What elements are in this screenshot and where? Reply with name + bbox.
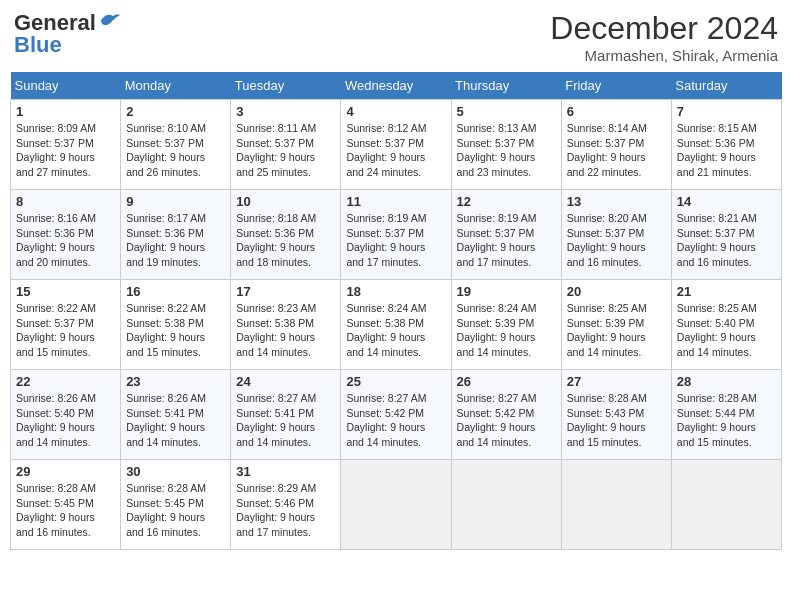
day-of-week-header: Monday <box>121 72 231 100</box>
daylight-label: Daylight: 9 hours and 14 minutes. <box>346 421 425 448</box>
calendar-day-cell: 17 Sunrise: 8:23 AM Sunset: 5:38 PM Dayl… <box>231 280 341 370</box>
daylight-label: Daylight: 9 hours and 14 minutes. <box>16 421 95 448</box>
daylight-label: Daylight: 9 hours and 19 minutes. <box>126 241 205 268</box>
sunrise-label: Sunrise: 8:29 AM <box>236 482 316 494</box>
daylight-label: Daylight: 9 hours and 16 minutes. <box>126 511 205 538</box>
calendar-week-row: 15 Sunrise: 8:22 AM Sunset: 5:37 PM Dayl… <box>11 280 782 370</box>
daylight-label: Daylight: 9 hours and 17 minutes. <box>346 241 425 268</box>
sunset-label: Sunset: 5:38 PM <box>236 317 314 329</box>
calendar-day-cell: 31 Sunrise: 8:29 AM Sunset: 5:46 PM Dayl… <box>231 460 341 550</box>
day-info: Sunrise: 8:10 AM Sunset: 5:37 PM Dayligh… <box>126 121 225 180</box>
sunrise-label: Sunrise: 8:12 AM <box>346 122 426 134</box>
daylight-label: Daylight: 9 hours and 17 minutes. <box>457 241 536 268</box>
day-info: Sunrise: 8:11 AM Sunset: 5:37 PM Dayligh… <box>236 121 335 180</box>
sunrise-label: Sunrise: 8:11 AM <box>236 122 316 134</box>
sunrise-label: Sunrise: 8:09 AM <box>16 122 96 134</box>
calendar-day-cell: 15 Sunrise: 8:22 AM Sunset: 5:37 PM Dayl… <box>11 280 121 370</box>
sunset-label: Sunset: 5:41 PM <box>236 407 314 419</box>
day-info: Sunrise: 8:27 AM Sunset: 5:42 PM Dayligh… <box>457 391 556 450</box>
calendar-day-cell: 29 Sunrise: 8:28 AM Sunset: 5:45 PM Dayl… <box>11 460 121 550</box>
calendar-day-cell <box>341 460 451 550</box>
daylight-label: Daylight: 9 hours and 22 minutes. <box>567 151 646 178</box>
calendar-day-cell: 16 Sunrise: 8:22 AM Sunset: 5:38 PM Dayl… <box>121 280 231 370</box>
daylight-label: Daylight: 9 hours and 14 minutes. <box>457 421 536 448</box>
sunrise-label: Sunrise: 8:27 AM <box>236 392 316 404</box>
sunrise-label: Sunrise: 8:28 AM <box>16 482 96 494</box>
calendar-day-cell: 7 Sunrise: 8:15 AM Sunset: 5:36 PM Dayli… <box>671 100 781 190</box>
calendar-day-cell: 3 Sunrise: 8:11 AM Sunset: 5:37 PM Dayli… <box>231 100 341 190</box>
calendar-day-cell: 8 Sunrise: 8:16 AM Sunset: 5:36 PM Dayli… <box>11 190 121 280</box>
sunset-label: Sunset: 5:40 PM <box>16 407 94 419</box>
day-number: 19 <box>457 284 556 299</box>
day-info: Sunrise: 8:13 AM Sunset: 5:37 PM Dayligh… <box>457 121 556 180</box>
sunset-label: Sunset: 5:37 PM <box>567 137 645 149</box>
day-number: 27 <box>567 374 666 389</box>
day-info: Sunrise: 8:26 AM Sunset: 5:40 PM Dayligh… <box>16 391 115 450</box>
month-year: December 2024 <box>550 10 778 47</box>
day-number: 16 <box>126 284 225 299</box>
sunset-label: Sunset: 5:37 PM <box>346 227 424 239</box>
calendar-day-cell: 24 Sunrise: 8:27 AM Sunset: 5:41 PM Dayl… <box>231 370 341 460</box>
daylight-label: Daylight: 9 hours and 21 minutes. <box>677 151 756 178</box>
calendar-day-cell: 5 Sunrise: 8:13 AM Sunset: 5:37 PM Dayli… <box>451 100 561 190</box>
day-number: 13 <box>567 194 666 209</box>
day-info: Sunrise: 8:25 AM Sunset: 5:40 PM Dayligh… <box>677 301 776 360</box>
sunset-label: Sunset: 5:36 PM <box>236 227 314 239</box>
sunset-label: Sunset: 5:42 PM <box>346 407 424 419</box>
calendar-day-cell: 9 Sunrise: 8:17 AM Sunset: 5:36 PM Dayli… <box>121 190 231 280</box>
daylight-label: Daylight: 9 hours and 14 minutes. <box>346 331 425 358</box>
calendar-day-cell: 18 Sunrise: 8:24 AM Sunset: 5:38 PM Dayl… <box>341 280 451 370</box>
day-number: 26 <box>457 374 556 389</box>
day-info: Sunrise: 8:22 AM Sunset: 5:37 PM Dayligh… <box>16 301 115 360</box>
day-number: 5 <box>457 104 556 119</box>
day-number: 11 <box>346 194 445 209</box>
sunrise-label: Sunrise: 8:27 AM <box>457 392 537 404</box>
sunset-label: Sunset: 5:37 PM <box>346 137 424 149</box>
calendar-day-cell: 20 Sunrise: 8:25 AM Sunset: 5:39 PM Dayl… <box>561 280 671 370</box>
location: Marmashen, Shirak, Armenia <box>550 47 778 64</box>
day-info: Sunrise: 8:20 AM Sunset: 5:37 PM Dayligh… <box>567 211 666 270</box>
sunrise-label: Sunrise: 8:22 AM <box>126 302 206 314</box>
day-info: Sunrise: 8:27 AM Sunset: 5:42 PM Dayligh… <box>346 391 445 450</box>
sunset-label: Sunset: 5:37 PM <box>126 137 204 149</box>
calendar-day-cell: 4 Sunrise: 8:12 AM Sunset: 5:37 PM Dayli… <box>341 100 451 190</box>
day-info: Sunrise: 8:12 AM Sunset: 5:37 PM Dayligh… <box>346 121 445 180</box>
sunrise-label: Sunrise: 8:20 AM <box>567 212 647 224</box>
daylight-label: Daylight: 9 hours and 16 minutes. <box>677 241 756 268</box>
sunrise-label: Sunrise: 8:22 AM <box>16 302 96 314</box>
day-number: 3 <box>236 104 335 119</box>
day-info: Sunrise: 8:25 AM Sunset: 5:39 PM Dayligh… <box>567 301 666 360</box>
sunrise-label: Sunrise: 8:16 AM <box>16 212 96 224</box>
day-number: 2 <box>126 104 225 119</box>
day-number: 29 <box>16 464 115 479</box>
page-header: General Blue December 2024 Marmashen, Sh… <box>10 10 782 64</box>
sunset-label: Sunset: 5:45 PM <box>16 497 94 509</box>
calendar-day-cell: 19 Sunrise: 8:24 AM Sunset: 5:39 PM Dayl… <box>451 280 561 370</box>
daylight-label: Daylight: 9 hours and 25 minutes. <box>236 151 315 178</box>
sunset-label: Sunset: 5:37 PM <box>457 227 535 239</box>
sunset-label: Sunset: 5:37 PM <box>567 227 645 239</box>
calendar-day-cell: 1 Sunrise: 8:09 AM Sunset: 5:37 PM Dayli… <box>11 100 121 190</box>
sunset-label: Sunset: 5:37 PM <box>457 137 535 149</box>
sunrise-label: Sunrise: 8:14 AM <box>567 122 647 134</box>
daylight-label: Daylight: 9 hours and 16 minutes. <box>16 511 95 538</box>
calendar-day-cell: 10 Sunrise: 8:18 AM Sunset: 5:36 PM Dayl… <box>231 190 341 280</box>
day-number: 31 <box>236 464 335 479</box>
sunset-label: Sunset: 5:36 PM <box>677 137 755 149</box>
sunset-label: Sunset: 5:37 PM <box>16 317 94 329</box>
calendar-day-cell: 11 Sunrise: 8:19 AM Sunset: 5:37 PM Dayl… <box>341 190 451 280</box>
sunrise-label: Sunrise: 8:19 AM <box>346 212 426 224</box>
day-number: 28 <box>677 374 776 389</box>
day-number: 23 <box>126 374 225 389</box>
day-number: 4 <box>346 104 445 119</box>
day-number: 15 <box>16 284 115 299</box>
calendar-day-cell: 23 Sunrise: 8:26 AM Sunset: 5:41 PM Dayl… <box>121 370 231 460</box>
day-number: 20 <box>567 284 666 299</box>
sunrise-label: Sunrise: 8:13 AM <box>457 122 537 134</box>
sunset-label: Sunset: 5:39 PM <box>457 317 535 329</box>
day-number: 22 <box>16 374 115 389</box>
day-info: Sunrise: 8:28 AM Sunset: 5:44 PM Dayligh… <box>677 391 776 450</box>
sunrise-label: Sunrise: 8:19 AM <box>457 212 537 224</box>
calendar-week-row: 22 Sunrise: 8:26 AM Sunset: 5:40 PM Dayl… <box>11 370 782 460</box>
day-info: Sunrise: 8:15 AM Sunset: 5:36 PM Dayligh… <box>677 121 776 180</box>
